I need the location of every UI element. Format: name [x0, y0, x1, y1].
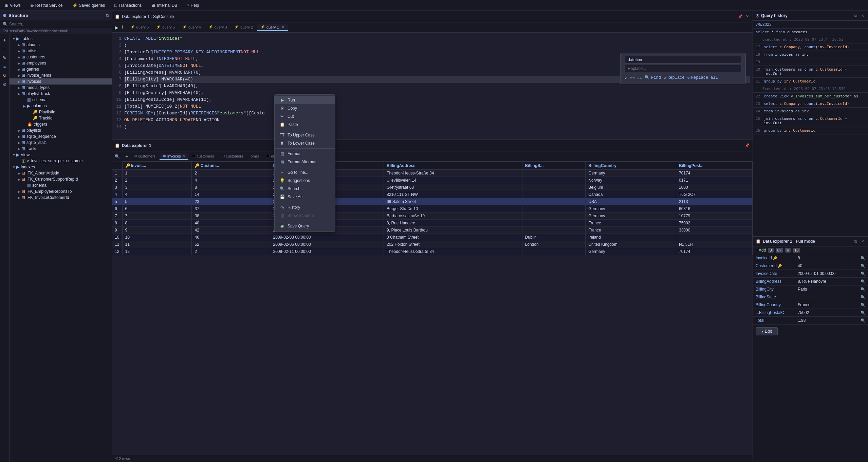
context-menu-item-save-query[interactable]: ◉Save Query: [275, 222, 335, 230]
context-menu-item-run[interactable]: ▶Run: [275, 96, 335, 104]
tree-item-albums[interactable]: ▶⊞albums: [10, 42, 112, 48]
table-col-BillingCountry[interactable]: BillingCountry: [586, 162, 676, 170]
tree-item-invoice_items[interactable]: ▶⊞invoice_items: [10, 72, 112, 78]
fm-expand-icon[interactable]: ⧉: [853, 239, 858, 244]
qh-expand-icon[interactable]: ⧉: [853, 13, 858, 18]
qh-close-icon[interactable]: ✕: [860, 13, 865, 18]
table-row[interactable]: 77382009-02-01 00:00:00Barbarossastraße …: [112, 212, 753, 220]
table-row[interactable]: 55232009-01-11 00:00:0069 Salem StreetUS…: [112, 198, 753, 205]
tree-item-ifk_invoicecustomerid[interactable]: ▶⊟IFK_InvoiceCustomerId: [10, 195, 112, 201]
sidebar-search-input[interactable]: [9, 22, 109, 26]
context-menu-item-history[interactable]: ◷History: [275, 203, 335, 211]
context-menu-item-cut[interactable]: ✂Cut: [275, 112, 335, 121]
replace-button[interactable]: ↺ Replace: [664, 74, 685, 81]
saved-queries-menu[interactable]: ⚡ Saved queries: [70, 1, 107, 9]
tree-item-genres[interactable]: ▶⊞genres: [10, 66, 112, 72]
query-tab-close-icon[interactable]: ✕: [282, 25, 284, 29]
tree-item-ifk_employeereportsto[interactable]: ▶⊟IFK_EmployeeReportsTo: [10, 188, 112, 195]
table-col-[interactable]: [112, 162, 122, 170]
delete-button[interactable]: −: [1, 45, 8, 53]
transactions-menu[interactable]: □ Transactions: [112, 1, 144, 9]
help-menu[interactable]: ? Help: [185, 1, 201, 9]
de-tab-3[interactable]: ⊞customers: [218, 153, 247, 160]
tree-item-invoices[interactable]: ▶⊞invoices: [10, 78, 112, 85]
table-col-BillingAddress[interactable]: BillingAddress: [384, 162, 522, 170]
tree-item-ifk_customersupportrepid[interactable]: ▶⊟IFK_CustomerSupportRepId: [10, 176, 112, 182]
add-query-btn[interactable]: +: [121, 24, 124, 31]
fm-field-search-icon[interactable]: 🔍: [861, 279, 865, 284]
table-col-BillingPosta[interactable]: BillingPosta: [676, 162, 753, 170]
add-button[interactable]: +: [1, 36, 8, 44]
context-menu-item-save-as...[interactable]: 💾Save As...: [275, 193, 335, 201]
table-row[interactable]: 1010462009-02-03 00:00:003 Chatham Stree…: [112, 234, 753, 241]
editor-pin-icon[interactable]: 📌: [738, 14, 743, 19]
de-add-tab-btn[interactable]: +: [125, 153, 128, 160]
table-row[interactable]: 1111522009-02-06 00:00:00202 Hoxton Stre…: [112, 241, 753, 248]
internal-db-menu[interactable]: 🖥 Internal DB: [149, 1, 179, 9]
settings-button[interactable]: ⚙: [1, 80, 8, 88]
fm-field-search-icon[interactable]: 🔍: [861, 287, 865, 292]
context-menu-item-format[interactable]: ▤Format: [275, 150, 335, 158]
tree-item-sqlite_stat1[interactable]: ▶⊞sqlite_stat1: [10, 140, 112, 146]
tree-item-ifk_albumartistid[interactable]: ▶⊟IFK_AlbumArtistId: [10, 170, 112, 176]
table-row[interactable]: 2242009-01-02 00:00:00Ullevålsveien 14No…: [112, 177, 753, 184]
context-menu-item-format-alternate[interactable]: ▤Format Alternate: [275, 158, 335, 166]
context-menu-item-suggestions[interactable]: 💡Suggestions: [275, 177, 335, 185]
refresh-button[interactable]: ↻: [1, 72, 8, 79]
table-col-Invoic[interactable]: 🔑Invoic...: [122, 162, 192, 170]
tree-item-playlists[interactable]: ▶⊞playlists: [10, 127, 112, 133]
fm-field-search-icon[interactable]: 🔍: [861, 295, 865, 299]
de-pin-icon[interactable]: 📌: [744, 143, 750, 148]
tree-item-triggers[interactable]: 🔥triggers: [10, 121, 112, 127]
de-tab-2[interactable]: ⊞customers: [189, 153, 218, 160]
tree-item-tables[interactable]: ▼▶Tables: [10, 36, 112, 42]
context-menu-item-copy[interactable]: ⎘Copy: [275, 104, 335, 112]
sidebar-expand-icon[interactable]: ⧉: [106, 13, 109, 18]
fm-field-search-icon[interactable]: 🔍: [861, 303, 865, 307]
query-tab-2[interactable]: ⚡query 2: [231, 24, 256, 31]
fm-badge-2[interactable]: 6: [785, 248, 791, 253]
query-tab-6[interactable]: ⚡query 6: [127, 24, 152, 31]
find-button[interactable]: 🔍 Find: [645, 74, 661, 81]
context-menu-item-to-upper-case[interactable]: TTTo Upper Case: [275, 131, 335, 139]
tree-item-trackid[interactable]: 🔑TrackId: [10, 115, 112, 121]
de-tab-1[interactable]: ⊞invoices✕: [160, 153, 188, 160]
tree-item-playlistid[interactable]: 🔑PlaylistId: [10, 109, 112, 115]
tree-item-employees[interactable]: ▶⊞employees: [10, 60, 112, 66]
tree-item-media_types[interactable]: ▶⊞media_types: [10, 85, 112, 91]
views-menu[interactable]: ⊞ Views: [3, 1, 23, 9]
context-menu-item-paste[interactable]: 📋Paste: [275, 121, 335, 129]
table-row[interactable]: 3382009-01-03 00:00:00Grétrystraat 63Bel…: [112, 184, 753, 191]
tree-item-playlist_track[interactable]: ▶⊞playlist_track: [10, 91, 112, 97]
fm-field-search-icon[interactable]: 🔍: [861, 318, 865, 323]
query-tab-1[interactable]: ⚡query 1✕: [257, 24, 288, 31]
replace-input[interactable]: [625, 65, 741, 72]
fm-add-button[interactable]: +Add: [756, 248, 766, 253]
restful-service-menu[interactable]: ⊕ Restful Service: [28, 1, 65, 9]
de-tab-close-icon[interactable]: ✕: [182, 154, 185, 158]
edit-button[interactable]: ✎: [1, 54, 8, 61]
fm-field-search-icon[interactable]: 🔍: [861, 264, 865, 268]
table-row[interactable]: 44142009-01-06 00:00:008210 111 ST NWCan…: [112, 191, 753, 198]
data-table-wrap[interactable]: 🔑Invoic...🔑Custom...InvoiceDateBillingAd…: [112, 162, 753, 455]
editor-close-icon[interactable]: ✕: [744, 14, 750, 19]
tree-item-schema[interactable]: ▥schema: [10, 97, 112, 103]
de-tab-4[interactable]: omer: [247, 153, 262, 160]
tree-item-sqlite_sequence[interactable]: ▶⊞sqlite_sequence: [10, 133, 112, 140]
tree-item-indexes[interactable]: ▼▶Indexes: [10, 164, 112, 170]
fm-field-search-icon[interactable]: 🔍: [861, 311, 865, 315]
tree-item-customers[interactable]: ▶⊞customers: [10, 54, 112, 60]
fm-badge-0[interactable]: 3: [768, 248, 773, 253]
tree-item-v_invoices_sum_per_customer[interactable]: ◫v_invoices_sum_per_customer: [10, 158, 112, 164]
edit-record-button[interactable]: ● Edit: [756, 327, 778, 335]
replace-all-button[interactable]: ↻ Replace all: [687, 74, 718, 81]
tree-item-tracks[interactable]: ▶⊞tracks: [10, 146, 112, 152]
context-menu-item-search...[interactable]: 🔍Search...: [275, 185, 335, 193]
query-tab-4[interactable]: ⚡query 4: [179, 24, 204, 31]
tree-item-schema[interactable]: ▥schema: [10, 182, 112, 188]
info-button[interactable]: ≡: [1, 63, 8, 70]
de-search-icon[interactable]: 🔍: [112, 154, 123, 159]
table-row[interactable]: 121222009-02-11 00:00:00Theodor-Heuss-St…: [112, 248, 753, 255]
table-row[interactable]: 1122009-01-01 00:00:00Theodor-Heuss-Stra…: [112, 170, 753, 177]
tree-item-artists[interactable]: ▶⊞artists: [10, 48, 112, 54]
